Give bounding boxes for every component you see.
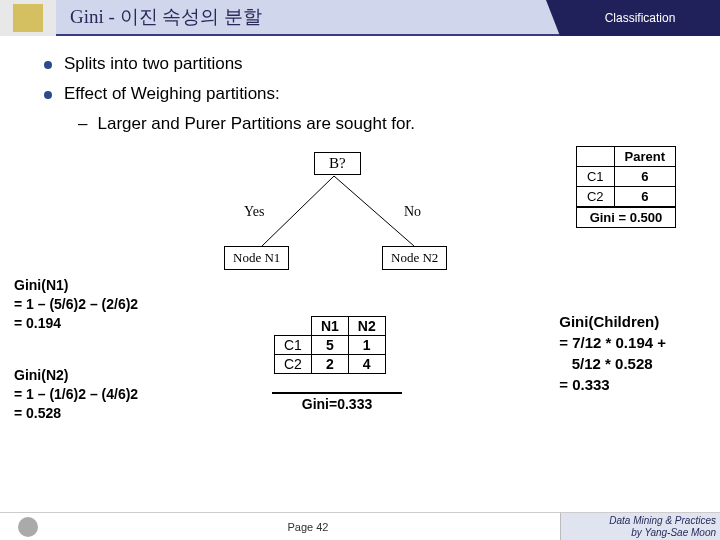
credit-line-2: by Yang-Sae Moon: [561, 527, 716, 539]
svg-line-1: [334, 176, 414, 246]
r2-n2: 4: [348, 355, 385, 374]
person-desk-icon: [13, 4, 43, 32]
bullet-2: Effect of Weighing partitions:: [44, 84, 676, 104]
tree-no-label: No: [404, 204, 421, 220]
parent-table: Parent C1 6 C2 6 Gini = 0.500: [576, 146, 676, 228]
credit-line-1: Data Mining & Practices: [561, 515, 716, 527]
decision-tree: B? Yes No Node N1 Node N2: [214, 146, 464, 306]
bullet-1-text: Splits into two partitions: [64, 54, 243, 74]
parent-c1-val: 6: [614, 167, 675, 187]
n1n2-table: N1 N2 C1 5 1 C2 2 4: [274, 316, 386, 374]
gini-n2-l2: = 1 – (1/6)2 – (4/6)2: [14, 385, 138, 404]
parent-c2-val: 6: [614, 187, 675, 208]
n1n2-gini: Gini=0.333: [272, 392, 402, 412]
header-icon-box: [0, 0, 56, 36]
tree-root: B?: [314, 152, 361, 175]
n2-head: N2: [348, 317, 385, 336]
parent-header: Parent: [614, 147, 675, 167]
gini-n1-l2: = 1 – (5/6)2 – (2/6)2: [14, 295, 138, 314]
parent-gini: Gini = 0.500: [576, 207, 675, 228]
gc-l1: Gini(Children): [559, 311, 666, 332]
bullet-icon: [44, 91, 52, 99]
dash-icon: –: [78, 114, 87, 134]
parent-c1-label: C1: [576, 167, 614, 187]
tree-yes-label: Yes: [244, 204, 264, 220]
gini-n1-calc: Gini(N1) = 1 – (5/6)2 – (2/6)2 = 0.194: [14, 276, 138, 333]
tree-node-n1: Node N1: [224, 246, 289, 270]
visualization-area: Parent C1 6 C2 6 Gini = 0.500 B? Yes No …: [14, 146, 706, 466]
r2-n1: 2: [311, 355, 348, 374]
r1-n2: 1: [348, 336, 385, 355]
sub-bullet-text: Larger and Purer Partitions are sought f…: [97, 114, 415, 134]
university-logo-icon: [18, 517, 38, 537]
footer-credits: Data Mining & Practices by Yang-Sae Moon: [560, 513, 720, 540]
tree-node-n2: Node N2: [382, 246, 447, 270]
slide-content: Splits into two partitions Effect of Wei…: [0, 36, 720, 466]
r2-label: C2: [275, 355, 312, 374]
slide-title: Gini - 이진 속성의 분할: [56, 0, 560, 36]
slide-footer: Page 42 Data Mining & Practices by Yang-…: [0, 512, 720, 540]
gini-n1-l1: Gini(N1): [14, 276, 138, 295]
sub-bullet: – Larger and Purer Partitions are sought…: [78, 114, 676, 134]
gc-l3: 5/12 * 0.528: [559, 353, 666, 374]
footer-logo-box: [0, 517, 56, 537]
page-number: Page 42: [56, 521, 560, 533]
bullet-1: Splits into two partitions: [44, 54, 676, 74]
slide-topic: Classification: [560, 0, 720, 36]
gini-n1-l3: = 0.194: [14, 314, 138, 333]
gini-children-calc: Gini(Children) = 7/12 * 0.194 + 5/12 * 0…: [559, 311, 666, 395]
gini-n2-l1: Gini(N2): [14, 366, 138, 385]
n1-head: N1: [311, 317, 348, 336]
r1-label: C1: [275, 336, 312, 355]
gini-n2-l3: = 0.528: [14, 404, 138, 423]
gini-n2-calc: Gini(N2) = 1 – (1/6)2 – (4/6)2 = 0.528: [14, 366, 138, 423]
gc-l2: = 7/12 * 0.194 +: [559, 332, 666, 353]
svg-line-0: [262, 176, 334, 246]
slide-header: Gini - 이진 속성의 분할 Classification: [0, 0, 720, 36]
bullet-icon: [44, 61, 52, 69]
parent-c2-label: C2: [576, 187, 614, 208]
bullet-2-text: Effect of Weighing partitions:: [64, 84, 280, 104]
r1-n1: 5: [311, 336, 348, 355]
gc-l4: = 0.333: [559, 374, 666, 395]
